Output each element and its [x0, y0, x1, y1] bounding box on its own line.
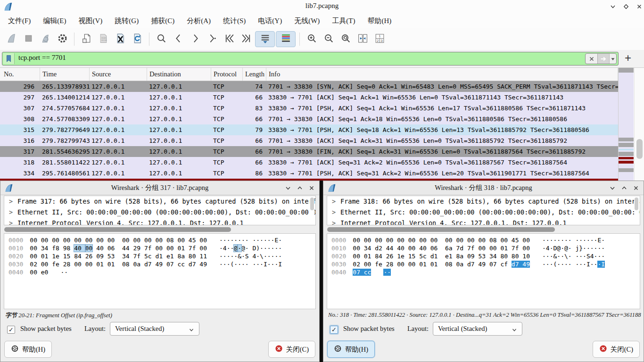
open-file-button[interactable]	[78, 31, 94, 47]
packet-row-315[interactable]: 315279.782779649127.0.0.1127.0.0.1TCP793…	[0, 124, 618, 135]
column-header-source[interactable]: Source	[90, 68, 147, 81]
close-button[interactable]: 关闭(C)	[593, 341, 640, 358]
filter-dropdown-icon[interactable]	[609, 54, 616, 64]
expander-icon[interactable]: >	[9, 196, 13, 207]
hex-line-0000[interactable]: 000000 00 00 00 00 00 00 00 00 00 00 00 …	[4, 236, 315, 244]
go-forward-button[interactable]	[187, 31, 203, 47]
numbered-columns-button[interactable]: 123	[372, 31, 388, 47]
hex-line-0030[interactable]: 003002 00 fe 28 00 00 01 01 08 0a d7 49 …	[327, 260, 640, 268]
save-file-button[interactable]: 01010110	[95, 31, 111, 47]
menu-item-9[interactable]: 工具(T)	[326, 13, 361, 28]
menu-item-10[interactable]: 帮助(H)	[361, 13, 397, 28]
packet-row-334[interactable]: 334295.761480561127.0.0.1127.0.0.1TCP863…	[0, 168, 618, 179]
auto-scroll-button[interactable]	[255, 31, 275, 47]
scrollbar-handle[interactable]	[636, 139, 643, 159]
menu-item-4[interactable]: 捕获(C)	[145, 13, 181, 28]
help-button[interactable]: 帮助(H)	[4, 341, 52, 358]
start-capture-button[interactable]	[3, 31, 19, 47]
packet-row-307[interactable]: 307274.577057684127.0.0.1127.0.0.1TCP833…	[0, 103, 618, 114]
expander-icon[interactable]: >	[332, 218, 336, 225]
minimize-icon[interactable]	[609, 3, 617, 10]
close-button[interactable]: 关闭(C)	[268, 341, 315, 358]
tree-row-1[interactable]: >Ethernet II, Src: 00:00:00_00:00:00 (00…	[4, 207, 315, 218]
tree-row-0[interactable]: >Frame 317: 66 bytes on wire (528 bits),…	[4, 196, 315, 207]
go-to-packet-button[interactable]	[204, 31, 220, 47]
display-filter-input[interactable]: tcp.port == 7701	[2, 52, 619, 66]
packet-row-308[interactable]: 308274.577083309127.0.0.1127.0.0.1TCP667…	[0, 114, 618, 124]
maximize-icon[interactable]	[622, 3, 630, 10]
expander-icon[interactable]: >	[9, 207, 13, 218]
zoom-in-button[interactable]	[304, 31, 320, 47]
close-icon[interactable]	[308, 184, 315, 192]
packet-row-316[interactable]: 316279.782799743127.0.0.1127.0.0.1TCP667…	[0, 135, 618, 146]
help-button[interactable]: 帮助(H)	[327, 341, 375, 358]
colorize-button[interactable]	[276, 31, 296, 47]
minimize-icon[interactable]	[609, 184, 616, 192]
hex-line-0020[interactable]: 002000 01 84 26 1e 15 5c d1 e1 8a 09 53 …	[327, 252, 640, 260]
tree-row-2[interactable]: >Internet Protocol Version 4, Src: 127.0…	[4, 218, 315, 225]
go-first-button[interactable]	[221, 31, 237, 47]
hex-line-0000[interactable]: 000000 00 00 00 00 00 00 00 00 00 00 00 …	[327, 236, 640, 244]
zoom-out-button[interactable]	[321, 31, 337, 47]
tree-hscrollbar[interactable]	[325, 227, 642, 232]
hex-line-0010[interactable]: 001000 34 f8 98 40 00 40 06 44 29 7f 00 …	[4, 244, 315, 252]
close-icon[interactable]	[636, 3, 643, 10]
packet-bytes-pane[interactable]: 000000 00 00 00 00 00 00 00 00 00 00 00 …	[4, 233, 316, 309]
go-last-button[interactable]	[238, 31, 254, 47]
reload-file-button[interactable]	[129, 31, 145, 47]
menu-item-3[interactable]: 跳转(G)	[108, 13, 145, 28]
menu-item-6[interactable]: 统计(S)	[217, 13, 252, 28]
expander-icon[interactable]: >	[332, 196, 336, 207]
find-packet-button[interactable]	[153, 31, 169, 47]
hex-line-0030[interactable]: 003002 00 fe 28 00 00 01 01 08 0a d7 49 …	[4, 260, 315, 268]
tree-hscrollbar[interactable]	[2, 227, 317, 232]
tree-scrollbar[interactable]	[310, 197, 314, 224]
column-header-time[interactable]: Time	[40, 68, 90, 81]
menu-item-1[interactable]: 编辑(E)	[37, 13, 72, 28]
filter-apply-icon[interactable]	[597, 54, 609, 64]
menu-item-8[interactable]: 无线(W)	[288, 13, 326, 28]
restart-capture-button[interactable]	[37, 31, 53, 47]
show-packet-bytes-checkbox[interactable]: ✓	[330, 326, 338, 334]
menu-item-0[interactable]: 文件(F)	[2, 13, 37, 28]
hex-line-0010[interactable]: 001000 34 d2 44 40 00 40 06 6a 7d 7f 00 …	[327, 244, 640, 252]
column-header-info[interactable]: Info	[266, 68, 618, 81]
close-file-button[interactable]	[112, 31, 128, 47]
packet-row-317[interactable]: 317281.554636295127.0.0.1127.0.0.1TCP667…	[0, 146, 618, 157]
packet-bytes-pane[interactable]: 000000 00 00 00 00 00 00 00 00 00 00 00 …	[327, 233, 640, 309]
filter-add-button[interactable]: +	[622, 51, 634, 65]
expander-icon[interactable]: >	[332, 207, 336, 218]
menu-item-5[interactable]: 分析(A)	[181, 13, 217, 28]
column-header-protocol[interactable]: Protocol	[211, 68, 243, 81]
tree-row-0[interactable]: >Frame 318: 66 bytes on wire (528 bits),…	[327, 196, 640, 207]
column-header-destination[interactable]: Destination	[147, 68, 211, 81]
column-header-length[interactable]: Length	[243, 68, 266, 81]
show-packet-bytes-checkbox[interactable]: ✓	[7, 326, 15, 334]
bookmark-icon[interactable]	[3, 53, 15, 64]
intelligent-scrollbar-minimap[interactable]	[618, 68, 634, 181]
stop-capture-button[interactable]	[20, 31, 36, 47]
zoom-reset-button[interactable]	[338, 31, 354, 47]
maximize-icon[interactable]	[296, 184, 304, 192]
packet-row-297[interactable]: 297265.134001214127.0.0.1127.0.0.1TCP663…	[0, 92, 618, 103]
filter-expression[interactable]: tcp.port == 7701	[18, 54, 66, 62]
hex-line-0040[interactable]: 004007 cc··	[327, 268, 640, 276]
menu-item-7[interactable]: 电话(Y)	[252, 13, 288, 28]
packet-list-scrollbar[interactable]	[634, 68, 644, 181]
packet-row-296[interactable]: 296265.133978931127.0.0.1127.0.0.1TCP747…	[0, 81, 618, 92]
layout-select[interactable]: Vertical (Stacked)	[433, 322, 522, 336]
layout-select[interactable]: Vertical (Stacked)	[110, 322, 199, 336]
hex-line-0040[interactable]: 004000 e0··	[4, 268, 315, 276]
column-header-no[interactable]: No.	[0, 68, 40, 81]
maximize-icon[interactable]	[620, 184, 628, 192]
hex-line-0020[interactable]: 002000 01 1e 15 84 26 09 53 34 7f 5c d1 …	[4, 252, 315, 260]
tree-scrollbar[interactable]	[634, 197, 639, 224]
go-back-button[interactable]	[170, 31, 186, 47]
packet-row-318[interactable]: 318281.558011422127.0.0.1127.0.0.1TCP663…	[0, 157, 618, 168]
minimize-icon[interactable]	[284, 184, 292, 192]
close-icon[interactable]	[632, 184, 640, 192]
filter-clear-icon[interactable]	[586, 54, 597, 64]
tree-row-1[interactable]: >Ethernet II, Src: 00:00:00_00:00:00 (00…	[327, 207, 640, 218]
tree-row-2[interactable]: >Internet Protocol Version 4, Src: 127.0…	[327, 218, 640, 225]
menu-item-2[interactable]: 视图(V)	[73, 13, 109, 28]
